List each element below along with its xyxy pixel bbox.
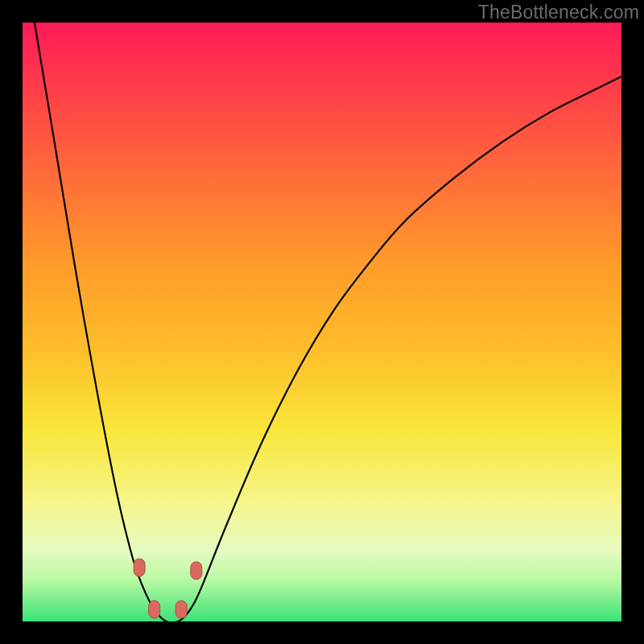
bead-marker: [149, 601, 160, 618]
watermark-text: TheBottleneck.com: [478, 2, 639, 23]
bead-marker: [134, 559, 145, 576]
bead-marker: [191, 562, 202, 580]
curve-svg: [23, 23, 621, 621]
bead-marker: [175, 601, 187, 618]
plot-area: [23, 23, 621, 621]
outer-frame: TheBottleneck.com: [0, 0, 644, 644]
bottleneck-curve: [35, 23, 621, 623]
